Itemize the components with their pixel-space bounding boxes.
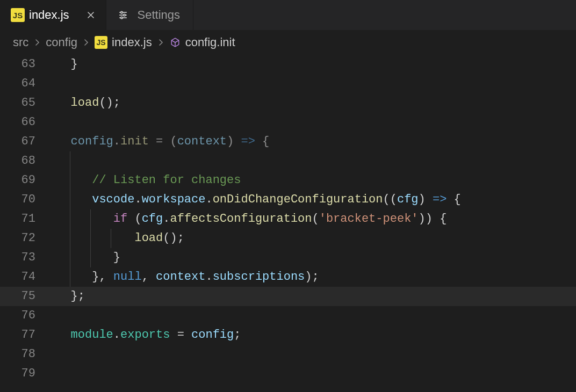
line-number: 68 bbox=[0, 151, 49, 171]
line-number: 69 bbox=[0, 171, 49, 190]
token: module bbox=[71, 328, 113, 342]
close-icon[interactable] bbox=[84, 9, 97, 21]
line-number: 65 bbox=[0, 93, 49, 113]
code-content[interactable]: load(); bbox=[49, 93, 576, 113]
code-line[interactable]: 75 }; bbox=[0, 287, 576, 306]
token: context bbox=[177, 135, 227, 148]
code-line[interactable]: 63 } bbox=[0, 55, 576, 74]
token: (( bbox=[383, 193, 397, 206]
code-line[interactable]: 68 bbox=[0, 151, 576, 171]
token: { bbox=[255, 135, 269, 148]
code-content[interactable] bbox=[49, 151, 576, 171]
indent-guide bbox=[90, 248, 91, 267]
code-line[interactable]: 67 config.init = (context) => { bbox=[0, 132, 576, 151]
token: cfg bbox=[397, 193, 419, 206]
code-line[interactable]: 77 module.exports = config; bbox=[0, 325, 576, 345]
code-content[interactable]: module.exports = config; bbox=[49, 325, 576, 345]
js-file-icon: JS bbox=[95, 36, 107, 49]
line-number: 73 bbox=[0, 248, 49, 267]
token: { bbox=[447, 193, 460, 206]
code-line[interactable]: 73 } bbox=[0, 248, 576, 267]
code-content[interactable]: } bbox=[49, 55, 576, 74]
code-content[interactable]: config.init = (context) => { bbox=[49, 132, 576, 151]
tab-label: index.js bbox=[29, 8, 69, 22]
chevron-right-icon bbox=[156, 38, 165, 47]
token: , bbox=[142, 270, 156, 284]
code-content[interactable]: // Listen for changes bbox=[49, 171, 576, 190]
line-number: 70 bbox=[0, 190, 49, 209]
indent-guide bbox=[70, 267, 70, 287]
line-number: 79 bbox=[0, 364, 49, 383]
token: (); bbox=[163, 231, 184, 245]
line-number: 74 bbox=[0, 267, 49, 287]
indent-guide bbox=[90, 209, 91, 229]
svg-point-7 bbox=[120, 17, 123, 19]
token: ) bbox=[419, 193, 433, 206]
token: ; bbox=[234, 328, 241, 342]
tab-index-js[interactable]: JS index.js bbox=[0, 0, 106, 30]
code-content[interactable]: vscode.workspace.onDidChangeConfiguratio… bbox=[49, 190, 576, 209]
line-number: 64 bbox=[0, 74, 49, 93]
token: . bbox=[205, 270, 212, 284]
token: . bbox=[113, 135, 120, 148]
token: // Listen for changes bbox=[92, 173, 241, 187]
code-content[interactable]: }, null, context.subscriptions); bbox=[49, 267, 576, 287]
token: ) bbox=[227, 135, 241, 148]
token: subscriptions bbox=[213, 270, 305, 284]
token: cfg bbox=[142, 212, 163, 226]
indent-guide bbox=[70, 171, 70, 190]
code-content[interactable]: load(); bbox=[49, 229, 576, 248]
code-content[interactable]: } bbox=[49, 248, 576, 267]
token: = ( bbox=[149, 135, 177, 148]
token: exports bbox=[120, 328, 170, 342]
line-number: 72 bbox=[0, 229, 49, 248]
code-line[interactable]: 65 load(); bbox=[0, 93, 576, 113]
token: => bbox=[241, 135, 255, 148]
code-line[interactable]: 69 // Listen for changes bbox=[0, 171, 576, 190]
code-content[interactable]: }; bbox=[49, 287, 576, 306]
line-number: 66 bbox=[0, 113, 49, 132]
svg-point-6 bbox=[123, 14, 125, 16]
token: . bbox=[163, 212, 170, 226]
indent-guide bbox=[70, 229, 70, 248]
token: ( bbox=[312, 212, 319, 226]
code-line[interactable]: 71 if (cfg.affectsConfiguration('bracket… bbox=[0, 209, 576, 229]
token: workspace bbox=[142, 193, 206, 206]
token: affectsConfiguration bbox=[170, 212, 312, 226]
line-number: 76 bbox=[0, 306, 49, 325]
indent-guide bbox=[111, 229, 111, 248]
code-line[interactable]: 74 }, null, context.subscriptions); bbox=[0, 267, 576, 287]
breadcrumb[interactable]: src config JS index.js config.init bbox=[0, 30, 576, 55]
chevron-right-icon bbox=[33, 38, 41, 47]
code-line[interactable]: 79 bbox=[0, 364, 576, 383]
tab-settings[interactable]: Settings bbox=[106, 0, 194, 30]
token: (); bbox=[99, 96, 120, 110]
token: . bbox=[134, 193, 141, 206]
breadcrumb-item[interactable]: src bbox=[13, 35, 28, 49]
code-line[interactable]: 72 load(); bbox=[0, 229, 576, 248]
token: }, bbox=[92, 270, 113, 284]
token: if bbox=[113, 212, 127, 226]
token: config bbox=[71, 135, 113, 148]
token: . bbox=[113, 328, 120, 342]
code-content[interactable]: if (cfg.affectsConfiguration('bracket-pe… bbox=[49, 209, 576, 229]
token: } bbox=[71, 57, 78, 71]
code-line[interactable]: 66 bbox=[0, 113, 576, 132]
token: = bbox=[170, 328, 191, 342]
token: ( bbox=[127, 212, 141, 226]
tab-bar: JS index.js Settings bbox=[0, 0, 576, 30]
token: onDidChangeConfiguration bbox=[213, 193, 383, 206]
breadcrumb-item[interactable]: config bbox=[46, 35, 77, 49]
code-line[interactable]: 64 bbox=[0, 74, 576, 93]
line-number: 63 bbox=[0, 55, 49, 74]
breadcrumb-symbol[interactable]: config.init bbox=[185, 35, 235, 49]
code-editor[interactable]: 63 }6465 load();6667 config.init = (cont… bbox=[0, 55, 576, 383]
breadcrumb-file[interactable]: index.js bbox=[112, 35, 152, 49]
line-number: 75 bbox=[0, 287, 49, 306]
token: )) { bbox=[419, 212, 447, 226]
code-line[interactable]: 78 bbox=[0, 345, 576, 364]
js-file-icon: JS bbox=[11, 8, 25, 22]
token: => bbox=[433, 193, 447, 206]
code-line[interactable]: 70 vscode.workspace.onDidChangeConfigura… bbox=[0, 190, 576, 209]
code-line[interactable]: 76 bbox=[0, 306, 576, 325]
